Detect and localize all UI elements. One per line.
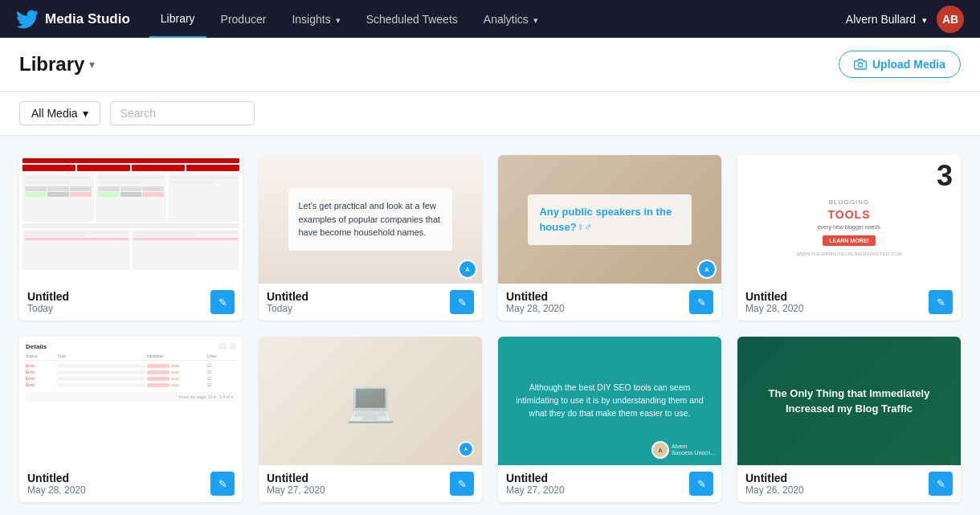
media-meta-8: Untitled May 26, 2020 [745,472,929,496]
media-edit-button-6[interactable]: ✎ [450,472,474,496]
media-edit-button-8[interactable]: ✎ [929,472,953,496]
media-meta-2: Untitled Today [267,290,450,314]
svg-point-0 [858,63,862,67]
media-name-1: Untitled [27,290,210,303]
media-info-8: Untitled May 26, 2020 ✎ [737,465,961,502]
media-info-2: Untitled Today ✎ [259,284,482,321]
media-edit-button-1[interactable]: ✎ [210,290,235,314]
media-info-7: Untitled May 27, 2020 ✎ [498,465,721,502]
media-info-4: Untitled May 28, 2020 ✎ [737,284,961,321]
media-card-4[interactable]: 3 BLOGGING TOOLS every new blogger needs… [737,155,961,321]
media-thumb-8: The Only Thing that Immediately Increase… [737,337,961,465]
thumb-text-8: The Only Thing that Immediately Increase… [745,386,953,417]
media-date-7: May 27, 2020 [506,484,689,496]
media-meta-1: Untitled Today [27,290,210,314]
media-name-5: Untitled [27,472,210,484]
media-date-1: Today [27,303,210,314]
page-title-wrap: Library ▾ [19,53,95,76]
thumb-text-3: Any public speakers in the house?♀♂ [539,204,680,235]
media-thumb-6: 💻 A [259,337,482,465]
media-meta-5: Untitled May 28, 2020 [27,472,210,496]
thumb-avatar-2: A [458,260,477,279]
media-card-3[interactable]: Any public speakers in the house?♀♂ A Un… [498,155,721,321]
media-name-4: Untitled [745,290,929,303]
media-thumb-5: Details Status Type Validation Lines Err… [19,337,243,465]
thumb-avatar-3: A [697,260,717,279]
media-date-3: May 28, 2020 [506,303,689,314]
nav-link-analytics[interactable]: Analytics [472,0,549,38]
media-thumb-2: Let's get practical and look at a few ex… [259,155,482,284]
media-card-7[interactable]: Although the best DIY SEO tools can seem… [498,337,721,502]
media-edit-button-5[interactable]: ✎ [210,472,235,496]
media-info-5: Untitled May 28, 2020 ✎ [19,465,243,502]
media-thumb-7: Although the best DIY SEO tools can seem… [498,337,721,465]
nav-links: Library Producer Insights Scheduled Twee… [149,0,846,38]
media-thumb-4: 3 BLOGGING TOOLS every new blogger needs… [737,155,961,284]
nav-link-producer[interactable]: Producer [210,0,278,38]
media-edit-button-7[interactable]: ✎ [689,472,713,496]
media-date-2: Today [267,303,450,314]
page-title: Library [19,53,84,76]
brand-name: Media Studio [45,11,130,27]
media-card-8[interactable]: The Only Thing that Immediately Increase… [737,337,961,502]
filter-chevron-icon: ▾ [83,107,88,120]
media-name-8: Untitled [745,472,929,484]
media-meta-3: Untitled May 28, 2020 [506,290,689,314]
page-header: Library ▾ Upload Media [0,38,980,92]
camera-icon [854,58,867,71]
media-grid: Untitled Today ✎ Let's get practical and… [0,136,980,515]
upload-button-label: Upload Media [872,58,945,71]
media-card-2[interactable]: Let's get practical and look at a few ex… [259,155,482,321]
search-input[interactable] [110,101,255,125]
filter-label: All Media [31,107,78,120]
media-thumb-1 [19,155,243,284]
media-info-6: Untitled May 27, 2020 ✎ [259,465,482,502]
media-info-1: Untitled Today ✎ [19,284,243,321]
media-edit-button-4[interactable]: ✎ [929,290,953,314]
media-date-8: May 26, 2020 [745,484,929,496]
media-date-4: May 28, 2020 [745,303,929,314]
page-title-chevron-icon[interactable]: ▾ [89,58,95,71]
user-menu[interactable]: Alvern Bullard [846,13,927,26]
nav-link-insights[interactable]: Insights [280,0,351,38]
insights-chevron-icon [334,13,341,26]
media-date-5: May 28, 2020 [27,484,210,496]
media-name-3: Untitled [506,290,689,303]
twitter-logo-icon [16,8,39,31]
nav-link-library[interactable]: Library [149,0,206,38]
filter-button[interactable]: All Media ▾ [19,101,100,125]
media-name-7: Untitled [506,472,689,484]
navigation: Media Studio Library Producer Insights S… [0,0,980,38]
analytics-chevron-icon [532,13,538,26]
user-chevron-icon [921,13,927,26]
media-meta-4: Untitled May 28, 2020 [745,290,929,314]
upload-media-button[interactable]: Upload Media [839,51,961,78]
media-edit-button-2[interactable]: ✎ [450,290,474,314]
media-date-6: May 27, 2020 [267,484,450,496]
media-edit-button-3[interactable]: ✎ [689,290,713,314]
toolbar: All Media ▾ [0,92,980,136]
user-name: Alvern Bullard [846,13,916,26]
media-meta-6: Untitled May 27, 2020 [267,472,450,496]
nav-link-scheduled-tweets[interactable]: Scheduled Tweets [355,0,469,38]
media-info-3: Untitled May 28, 2020 ✎ [498,284,721,321]
media-name-6: Untitled [267,472,450,484]
media-card-5[interactable]: Details Status Type Validation Lines Err… [19,337,243,502]
media-card-6[interactable]: 💻 A Untitled May 27, 2020 ✎ [259,337,482,502]
media-thumb-3: Any public speakers in the house?♀♂ A [498,155,721,284]
media-card-1[interactable]: Untitled Today ✎ [19,155,243,321]
media-meta-7: Untitled May 27, 2020 [506,472,689,496]
thumb-text-2: Let's get practical and look at a few ex… [298,199,442,239]
brand[interactable]: Media Studio [16,8,130,31]
media-name-2: Untitled [267,290,450,303]
thumb-text-7: Although the best DIY SEO tools can seem… [506,382,713,419]
nav-right: Alvern Bullard AB [846,6,964,33]
avatar[interactable]: AB [937,6,964,33]
thumb-avatar-7: A [651,441,669,459]
thumb-avatar-6: A [458,441,474,457]
